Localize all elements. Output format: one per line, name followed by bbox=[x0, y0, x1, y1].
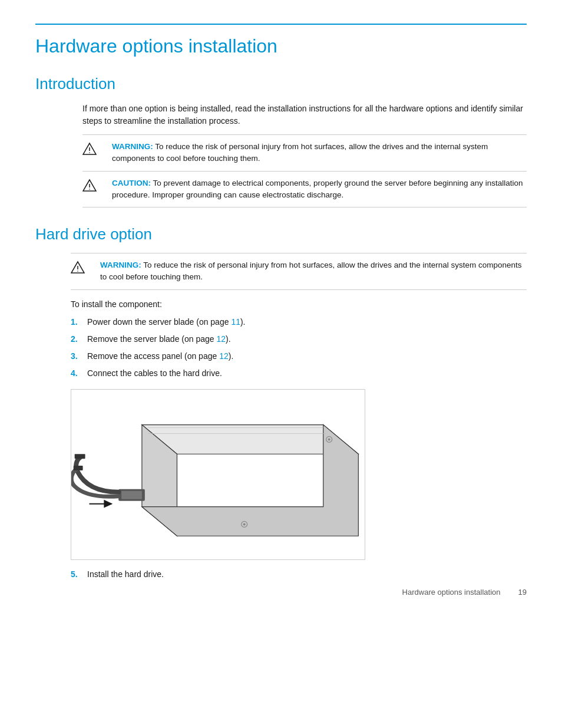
step-2-num: 2. bbox=[71, 333, 87, 345]
step-2-link[interactable]: 12 bbox=[216, 334, 226, 344]
step-5-num: 5. bbox=[71, 569, 87, 579]
step-4-num: 4. bbox=[71, 367, 87, 380]
page-footer: Hardware options installation 19 bbox=[402, 588, 527, 597]
svg-rect-17 bbox=[75, 454, 85, 459]
step-3-num: 3. bbox=[71, 350, 87, 363]
hard-drive-section: Hard drive option WARNING: To reduce the… bbox=[35, 225, 527, 579]
introduction-section: Introduction If more than one option is … bbox=[35, 75, 527, 207]
page: Hardware options installation Introducti… bbox=[0, 0, 562, 614]
caution-notice: CAUTION: To prevent damage to electrical… bbox=[82, 172, 527, 208]
step-1-num: 1. bbox=[71, 316, 87, 328]
svg-point-5 bbox=[77, 271, 78, 272]
step-2: 2. Remove the server blade (on page 12). bbox=[71, 333, 527, 345]
caution-label: CAUTION: bbox=[112, 179, 151, 187]
hard-drive-image bbox=[71, 389, 365, 560]
warning-text-2: WARNING: To reduce the risk of personal … bbox=[100, 259, 527, 284]
warning-notice-1: WARNING: To reduce the risk of personal … bbox=[82, 134, 527, 172]
step-2-text: Remove the server blade (on page 12). bbox=[87, 333, 231, 345]
warning-icon-2 bbox=[71, 259, 92, 276]
step-3: 3. Remove the access panel (on page 12). bbox=[71, 350, 527, 363]
warning-label-1: WARNING: bbox=[112, 142, 153, 151]
svg-point-12 bbox=[328, 438, 330, 440]
page-title: Hardware options installation bbox=[35, 35, 527, 57]
step-4: 4. Connect the cables to the hard drive. bbox=[71, 367, 527, 380]
install-intro: To install the component: bbox=[71, 299, 527, 309]
step-5-text: Install the hard drive. bbox=[87, 569, 164, 579]
step-3-link[interactable]: 12 bbox=[219, 351, 229, 361]
warning-label-2: WARNING: bbox=[100, 261, 141, 269]
step-1-text: Power down the server blade (on page 11)… bbox=[87, 316, 246, 328]
warning-text-1: WARNING: To reduce the risk of personal … bbox=[112, 141, 527, 165]
warning-notice-2: WARNING: To reduce the risk of personal … bbox=[71, 253, 527, 290]
svg-point-1 bbox=[89, 152, 90, 153]
step-1: 1. Power down the server blade (on page … bbox=[71, 316, 527, 328]
step-4-text: Connect the cables to the hard drive. bbox=[87, 367, 222, 380]
footer-text: Hardware options installation 19 bbox=[402, 588, 527, 597]
caution-text: CAUTION: To prevent damage to electrical… bbox=[112, 177, 527, 202]
step-3-text: Remove the access panel (on page 12). bbox=[87, 350, 233, 363]
hard-drive-heading: Hard drive option bbox=[35, 225, 527, 243]
svg-point-14 bbox=[243, 523, 246, 525]
introduction-body: If more than one option is being install… bbox=[82, 103, 527, 127]
footer-page-number: 19 bbox=[518, 588, 527, 597]
top-rule bbox=[35, 24, 527, 25]
introduction-heading: Introduction bbox=[35, 75, 527, 93]
caution-icon bbox=[82, 177, 104, 195]
step-5: 5. Install the hard drive. bbox=[71, 569, 527, 579]
svg-rect-16 bbox=[121, 490, 142, 499]
step-1-link[interactable]: 11 bbox=[231, 317, 240, 327]
svg-point-3 bbox=[89, 189, 90, 190]
svg-rect-18 bbox=[74, 466, 83, 470]
footer-chapter: Hardware options installation bbox=[402, 588, 501, 597]
warning-icon-1 bbox=[82, 141, 104, 158]
steps-list: 1. Power down the server blade (on page … bbox=[71, 316, 527, 380]
